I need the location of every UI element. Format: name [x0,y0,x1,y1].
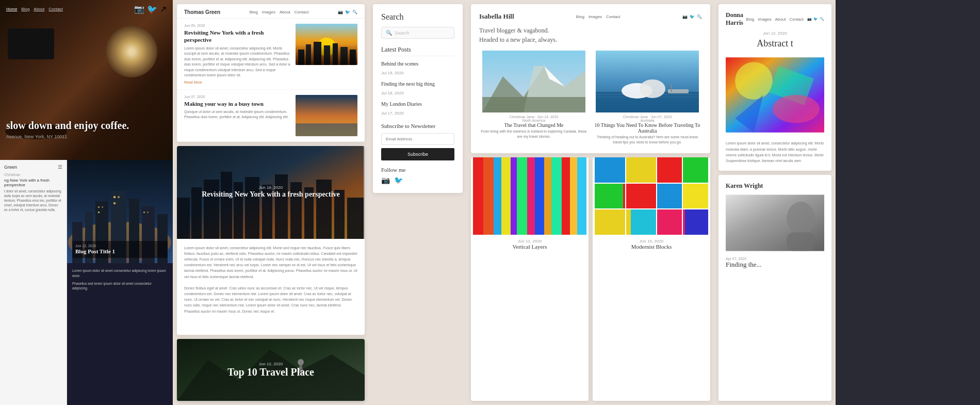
mini-post-date: Christinas [4,173,62,176]
mountain-svg [479,51,589,112]
svg-rect-85 [682,183,708,209]
photo-1-date: Jun 14, 2020 [537,115,558,119]
latest-post-2-title[interactable]: Finding the next big thing [381,80,454,87]
art-1-date: Jun 12, 2020 [476,239,583,244]
profile-nav-contact[interactable]: Contact [606,14,620,19]
art-2-date: Jun 10, 2020 [598,239,705,244]
latest-posts-title: Latest Posts [381,46,454,56]
blog-post-1-date: Jun 09, 2020 [184,24,290,27]
svg-rect-10 [118,196,120,198]
nav-link-contact[interactable]: Contact [48,7,63,11]
instagram-follow-icon[interactable]: 📷 [381,176,390,185]
karen-post-title[interactable]: Finding the... [726,261,824,269]
blog-post-item-2: Jun 07, 2020 Making your way in a busy t… [177,90,365,142]
photo-cell-1: Christinas Jana · Jun 14, 2020 North Ame… [479,51,589,145]
svg-rect-66 [494,157,501,235]
svg-rect-81 [682,157,708,183]
svg-point-96 [735,62,773,100]
nav-link-home[interactable]: Home [6,7,17,11]
search-input-wrap[interactable]: 🔍 Search [381,27,454,39]
blog-nav-about[interactable]: About [280,10,290,14]
mini-text-2: Phasellus sed lorem ipsum dolor sit amet… [72,281,168,291]
profile-bio-line1: Travel blogger & vagabond. [479,26,702,35]
mini-post-title: ng New York with a fresh perspective [4,178,62,187]
profile-search-icon: 🔍 [697,14,702,19]
sunset-svg [296,95,357,136]
donna-instagram-icon: 📷 [807,17,812,22]
svg-rect-61 [671,84,672,92]
profile-twitter-icon: 🐦 [690,14,695,19]
svg-rect-76 [577,157,586,235]
coffee-cup-dark [8,28,54,59]
follow-title: Follow me [381,167,454,173]
blog-post-overlay: Jun 12, 2020 Blog Post Title 1 [72,241,168,258]
svg-rect-72 [544,157,551,235]
subscribe-button[interactable]: Subscribe [381,148,454,160]
search-placeholder[interactable]: Search [395,30,410,36]
karen-post-date: Apr 07, 2020 [726,257,824,261]
svg-rect-27 [296,123,357,136]
mini-blog-left: Green ☰ Christinas ng New York with a fr… [0,160,67,405]
donna-card-nav: Donna Harris Blog Images About Contact 📷… [726,11,824,27]
mini-menu-icon: ☰ [58,164,62,170]
photo-2-author: Christinas Jana [623,115,648,119]
svg-rect-89 [685,209,708,235]
newsletter-title: Subscribe to Newsletter [381,123,454,129]
svg-rect-78 [595,157,626,183]
art-card-1: Jun 12, 2020 Vertical Layers [471,157,589,401]
photo-2-title[interactable]: 10 Things You Need To Know Before Travel… [593,122,702,134]
hero-headline: slow down and enjoy coffee. [6,119,129,132]
latest-post-1: Behind the scenes Jul 19, 2020 [381,60,454,76]
svg-rect-9 [113,196,116,198]
hero-subtext: Avenue, New York, NY 10011 [6,134,129,139]
email-input[interactable] [381,133,454,145]
search-icon: 🔍 [386,30,392,36]
blog-post-1-title[interactable]: Revisiting New York with a fresh perspec… [184,29,290,44]
blog-post-1-readmore[interactable]: Read More [184,80,290,84]
twitter-icon-sm: 🐦 [345,10,350,14]
latest-post-3-title[interactable]: My London Diaries [381,101,454,107]
photo-2-date: Jun 07, 2020 [651,115,672,119]
art-thumb-1 [471,157,589,235]
profile-bio-line2: Headed to a new place, always. [479,35,702,44]
donna-about-link[interactable]: About [775,17,786,22]
donna-blog-link[interactable]: Blog [746,17,754,22]
donna-contact-link[interactable]: Contact [789,17,804,22]
search-widget: Search 🔍 Search Latest Posts Behind the … [373,4,463,193]
nav-link-about[interactable]: About [34,7,44,11]
photo-2-location: Australia [593,119,702,122]
instagram-icon: 📷 [134,4,144,14]
blog-post-1-image [296,24,357,65]
main-grid: Home Blog About Contact 📷 🐦 ↗ slow down … [0,0,980,405]
sydney-svg [593,51,702,112]
art-2-title[interactable]: Modernist Blocks [598,244,705,250]
latest-post-1-date: Jul 19, 2020 [381,71,404,75]
profile-nav-blog[interactable]: Blog [576,14,584,19]
blog-nav-contact[interactable]: Contact [295,10,309,14]
twitter-follow-icon[interactable]: 🐦 [394,176,403,185]
city-sunrise-image [296,24,357,65]
mini-text-1: Lorem ipsum dolor sit amet consectetur a… [72,268,168,279]
latest-post-1-title[interactable]: Behind the scenes [381,60,454,67]
follow-section: Follow me 📷 🐦 [381,167,454,185]
twitter-icon: 🐦 [147,4,157,14]
blog-post-2-title[interactable]: Making your way in a busy town [184,100,290,107]
art-1-title[interactable]: Vertical Layers [476,244,583,250]
blog-hero-image: Jun 12, 2020 Blog Post Title 1 [67,160,173,263]
blog-nav-icons-top: 📷 🐦 🔍 [338,10,357,14]
latest-post-3: My London Diaries Jul 17, 2020 [381,101,454,117]
blog-post-2-content: Jun 07, 2020 Making your way in a busy t… [184,95,290,136]
donna-images-link[interactable]: Images [758,17,771,22]
full-card-text-2: Donec finibus eget at amet. Cras velox n… [184,286,352,313]
svg-rect-16 [147,212,149,213]
profile-nav-images[interactable]: Images [589,14,602,19]
blog-post-date: Jun 12, 2020 [75,244,165,248]
blog-nav-images[interactable]: Images [262,10,275,14]
blog-nav-blog[interactable]: Blog [250,10,258,14]
photo-1-title[interactable]: The Travel that Changed Me [479,122,589,128]
blog-post-2-date: Jun 07, 2020 [184,95,290,99]
blog-post-item-1: Jun 09, 2020 Revisiting New York with a … [177,19,365,90]
travel-banner-title: Top 10 Travel Place [227,366,314,378]
nav-link-blog[interactable]: Blog [21,7,29,11]
karen-card: Karen Wright Apr 07, 2020 [718,175,831,401]
